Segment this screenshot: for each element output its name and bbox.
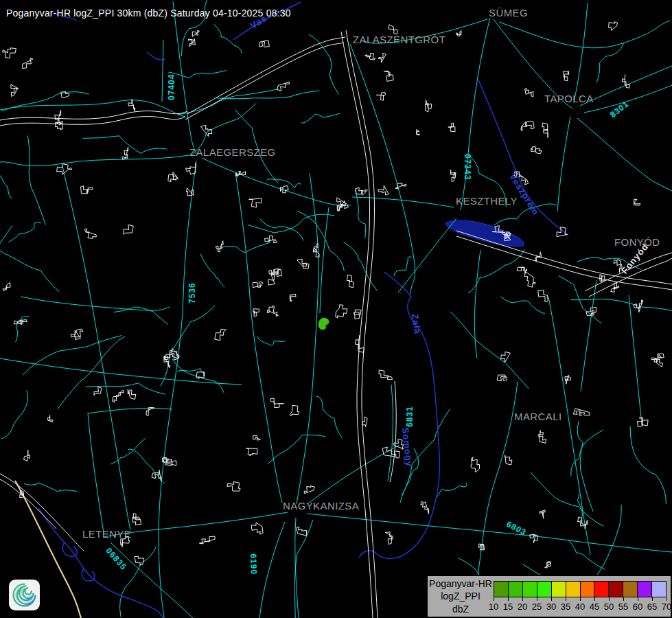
map-line [577, 258, 641, 270]
map-line [531, 147, 542, 154]
dbz-colorbar: 10152025303540455055606570 [494, 576, 671, 617]
map-line [535, 252, 542, 262]
map-line [14, 320, 27, 325]
map-line [517, 267, 526, 273]
map-line [417, 130, 420, 136]
map-line [227, 482, 240, 492]
legend-unit-label: dbZ [452, 603, 469, 615]
map-line [161, 306, 215, 386]
map-line [152, 470, 161, 481]
dbz-tickmark [623, 597, 624, 601]
map-line [574, 3, 588, 103]
map-line [497, 375, 507, 381]
map-line [88, 408, 172, 413]
map-line [24, 483, 77, 492]
map-line [354, 310, 361, 319]
dbz-color-cells [494, 581, 667, 597]
dbz-color-cell [522, 581, 537, 597]
map-line [249, 198, 262, 207]
map-line [1, 391, 28, 439]
map-line [128, 99, 135, 111]
dbz-color-cell [608, 581, 623, 597]
map-line [638, 417, 649, 426]
map-line [658, 354, 664, 358]
map-line [121, 536, 130, 547]
map-line [356, 187, 367, 195]
map-line [3, 282, 10, 290]
map-line [253, 435, 261, 440]
map-line [505, 455, 512, 465]
map-line [259, 41, 269, 47]
map-line [363, 19, 487, 43]
dbz-tickmark [522, 597, 523, 601]
map-line [384, 71, 393, 81]
map-line [446, 220, 524, 247]
map-line [557, 227, 567, 237]
map-line [456, 236, 672, 290]
map-line [216, 91, 319, 99]
map-line [290, 294, 296, 301]
map-line [524, 272, 535, 287]
map-line [146, 407, 154, 415]
map-line [379, 370, 393, 380]
spiral-logo-icon [9, 580, 40, 610]
map-line [563, 71, 568, 81]
map-line [629, 295, 641, 417]
map-line [448, 123, 455, 132]
dbz-tickmark [580, 597, 581, 601]
map-line [3, 48, 16, 58]
met-service-spiral-logo [9, 580, 40, 610]
map-line [614, 260, 622, 273]
map-line [281, 186, 289, 193]
map-line [23, 58, 33, 69]
map-line [27, 136, 45, 225]
dbz-tickmark [609, 597, 610, 601]
map-line [218, 242, 270, 253]
dbz-tickmark [652, 597, 653, 601]
legend-radar-name: Poganyvar-HR [429, 577, 492, 590]
map-line [467, 154, 507, 207]
map-line [450, 312, 529, 389]
map-line [350, 44, 415, 294]
map-line [421, 501, 429, 514]
map-line [265, 236, 277, 243]
map-line [0, 155, 189, 166]
map-line [359, 272, 440, 558]
map-line [540, 510, 545, 518]
map-line [494, 204, 556, 225]
map-line [570, 299, 672, 310]
map-line [268, 435, 326, 464]
map-line [235, 110, 278, 184]
map-line [168, 71, 227, 78]
map-line [270, 398, 284, 408]
dbz-tickmark [667, 597, 667, 601]
map-line [346, 30, 378, 618]
map-line [538, 290, 548, 301]
map-line [565, 375, 570, 384]
map-line [388, 385, 393, 481]
map-line [135, 556, 144, 565]
map-line [611, 283, 619, 293]
map-line [571, 430, 603, 477]
map-line [609, 22, 618, 31]
map-line [304, 486, 314, 494]
dbz-color-cell [594, 581, 609, 597]
dbz-color-cell [651, 581, 667, 597]
map-line [94, 387, 102, 396]
map-line [531, 472, 603, 527]
map-line [0, 358, 242, 385]
map-line [347, 275, 353, 287]
map-line [251, 523, 263, 534]
dbz-color-cell [580, 581, 595, 597]
map-line [600, 275, 605, 282]
map-line [584, 85, 672, 113]
map-line [199, 536, 215, 544]
map-line [525, 89, 533, 97]
map-line [355, 190, 365, 239]
map-line [132, 514, 141, 525]
map-line [188, 39, 195, 47]
map-line [364, 54, 375, 60]
dbz-tickmark [566, 597, 566, 601]
map-line [122, 147, 128, 159]
map-line [577, 118, 672, 191]
